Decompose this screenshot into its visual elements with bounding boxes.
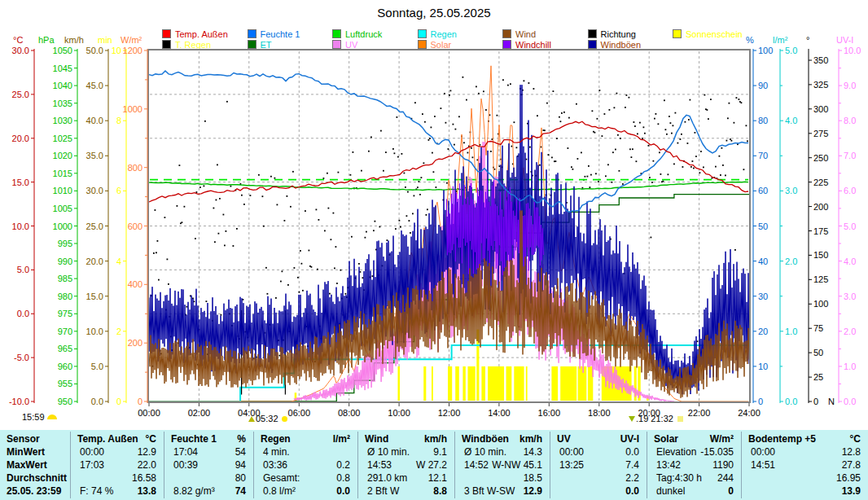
axis-title: min (98, 35, 112, 45)
svg-text:40.0: 40.0 (86, 116, 103, 125)
table-cell-value: 18.5 (454, 472, 542, 484)
svg-text:14:00: 14:00 (488, 408, 511, 418)
axis-temp: °C30.025.020.015.010.05.00.0-5.0-10.0 (9, 35, 34, 406)
axis-title: l/m² (773, 35, 788, 45)
table-cell-value: 0.2 (253, 459, 350, 471)
svg-text:6.0: 6.0 (844, 186, 856, 195)
svg-text:1015: 1015 (53, 169, 72, 178)
svg-text:1200: 1200 (123, 46, 142, 55)
svg-text:2: 2 (116, 327, 121, 336)
sun-dot-icon (282, 416, 287, 422)
table-col-unit: UV-I (550, 433, 639, 445)
svg-text:10: 10 (758, 362, 768, 371)
svg-text:50.0: 50.0 (86, 46, 103, 55)
sunshine-bar (455, 366, 459, 401)
svg-text:90: 90 (758, 81, 768, 90)
table-cell-value: 16.58 (70, 472, 156, 484)
svg-text:0.0: 0.0 (17, 309, 29, 318)
svg-text:0: 0 (138, 397, 142, 406)
svg-text:70: 70 (758, 151, 768, 160)
svg-text:9.0: 9.0 (844, 81, 856, 90)
svg-text:5.0: 5.0 (785, 46, 797, 55)
svg-text:22:00: 22:00 (688, 408, 711, 418)
table-cell-value: 13.9 (741, 485, 861, 497)
summary-table: SensorMinWertMaxWertDurchschnitt25.05. 2… (0, 430, 868, 500)
svg-text:1000: 1000 (53, 221, 72, 231)
table-cell-value: 12.9 (454, 485, 542, 497)
table-cell-value: 12.1 (357, 472, 447, 484)
sunshine-bar (448, 366, 452, 401)
svg-text:200: 200 (813, 202, 828, 212)
sun-icon (47, 414, 57, 419)
table-cell-value: 12.8 (741, 446, 861, 458)
svg-text:1010: 1010 (53, 186, 72, 195)
table-col-unit: km/h (357, 433, 447, 445)
sunshine-bar (398, 366, 401, 401)
svg-text:325: 325 (813, 80, 828, 90)
axis-title: % (746, 35, 754, 45)
svg-text:1045: 1045 (53, 64, 72, 73)
sun-square-icon (677, 416, 683, 422)
axis-deg: °350325300275250225200175150125100755025… (806, 35, 835, 406)
svg-text:800: 800 (128, 163, 142, 173)
svg-text:150: 150 (813, 250, 828, 260)
svg-text:0: 0 (813, 397, 818, 406)
table-col-unit: °C (741, 433, 861, 445)
table-cell-value: -15.035 (647, 446, 734, 458)
svg-text:400: 400 (128, 279, 142, 289)
svg-text:80: 80 (758, 116, 768, 125)
table-cell-value: 0.0 (253, 485, 350, 497)
svg-text:350: 350 (813, 55, 828, 65)
table-col-unit: l/m² (253, 433, 350, 445)
sunset-icon (629, 416, 635, 422)
svg-text:8: 8 (116, 116, 121, 125)
svg-text:60: 60 (758, 186, 768, 195)
table-col-unit: °C (70, 433, 156, 445)
table-row-label: MinWert (7, 446, 45, 458)
axis-hpa: hPa1050104510401035103010251020101510101… (38, 35, 77, 406)
svg-text:2.0: 2.0 (785, 257, 797, 266)
svg-text:975: 975 (58, 309, 72, 318)
sunshine-bar (423, 366, 426, 401)
svg-text:4.0: 4.0 (785, 116, 797, 125)
svg-text:50: 50 (758, 221, 768, 231)
table-cell-value: 16.95 (741, 472, 861, 484)
svg-text:3.0: 3.0 (844, 292, 856, 301)
svg-text:0.0: 0.0 (844, 397, 856, 406)
sunshine-bar (432, 366, 433, 401)
weather-day-chart-page: Sonntag, 25.05.2025 Temp. AußenFeuchte 1… (0, 0, 868, 500)
sunshine-bar (578, 366, 587, 401)
svg-text:2.0: 2.0 (844, 327, 856, 336)
svg-text:980: 980 (58, 292, 72, 301)
svg-text:16:00: 16:00 (538, 408, 561, 418)
svg-text:125: 125 (813, 274, 828, 284)
svg-text:30.0: 30.0 (12, 46, 29, 55)
svg-text:10:00: 10:00 (388, 408, 410, 418)
svg-text:08:00: 08:00 (338, 408, 361, 418)
svg-text:200: 200 (128, 338, 142, 348)
svg-text:100: 100 (758, 46, 773, 55)
svg-text:1020: 1020 (53, 151, 72, 160)
table-row-label: MaxWert (7, 459, 47, 471)
svg-text:7.0: 7.0 (844, 151, 856, 160)
axis-title: hPa (38, 35, 55, 45)
svg-text:12:00: 12:00 (438, 408, 461, 418)
svg-text:40: 40 (758, 257, 768, 266)
sunshine-bar (551, 366, 558, 401)
table-cell-value: 0.8 (253, 472, 350, 484)
svg-text:45.0: 45.0 (86, 81, 103, 90)
svg-text:1040: 1040 (53, 81, 72, 90)
table-cell-value: 0 (647, 485, 734, 497)
svg-text:-5.0: -5.0 (14, 353, 29, 362)
svg-text:1050: 1050 (53, 46, 72, 55)
table-cell-value: 94 (164, 459, 246, 471)
table-cell-value: 12.9 (70, 446, 156, 458)
table-cell-value: 9.1 (357, 446, 447, 458)
sunshine-bar (468, 366, 476, 401)
table-col-unit: % (164, 433, 246, 445)
svg-text:25: 25 (813, 372, 823, 382)
svg-text:10.0: 10.0 (86, 327, 103, 336)
axis-title: UV-I (836, 35, 853, 45)
svg-text:955: 955 (58, 379, 72, 388)
table-cell-value: 54 (164, 446, 246, 458)
